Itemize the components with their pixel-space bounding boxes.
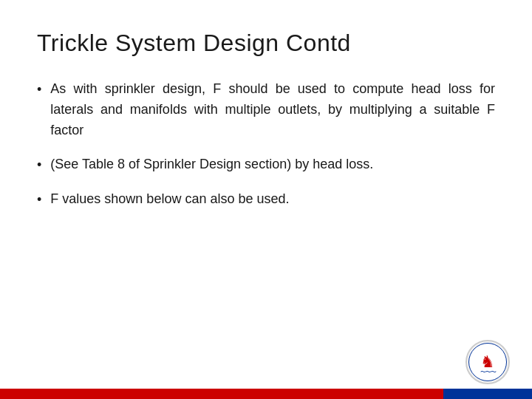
bullet-text-3: F values shown below can also be used. xyxy=(50,189,495,210)
bullet-item-3: • F values shown below can also be used. xyxy=(37,189,495,211)
logo-inner: ♞ 〜〜〜 xyxy=(468,343,507,381)
logo-circle: ♞ 〜〜〜 xyxy=(466,340,510,384)
bullet-item-2: • (See Table 8 of Sprinkler Design secti… xyxy=(37,154,495,176)
bullet-text-1: As with sprinkler design, F should be us… xyxy=(50,79,495,141)
slide-title: Trickle System Design Contd xyxy=(37,30,495,57)
bullet-dot-3: • xyxy=(37,190,41,211)
logo-waves-icon: 〜〜〜 xyxy=(480,368,496,376)
bullet-text-2: (See Table 8 of Sprinkler Design section… xyxy=(50,154,495,175)
bullet-item-1: • As with sprinkler design, F should be … xyxy=(37,79,495,141)
slide-container: Trickle System Design Contd • As with sp… xyxy=(0,0,532,399)
bullet-dot-2: • xyxy=(37,155,41,176)
slide-content: • As with sprinkler design, F should be … xyxy=(37,79,495,210)
logo-container: ♞ 〜〜〜 xyxy=(466,340,510,384)
bar-red xyxy=(0,389,443,399)
bar-blue xyxy=(443,389,532,399)
bottom-bar xyxy=(0,389,532,399)
bullet-dot-1: • xyxy=(37,80,41,100)
